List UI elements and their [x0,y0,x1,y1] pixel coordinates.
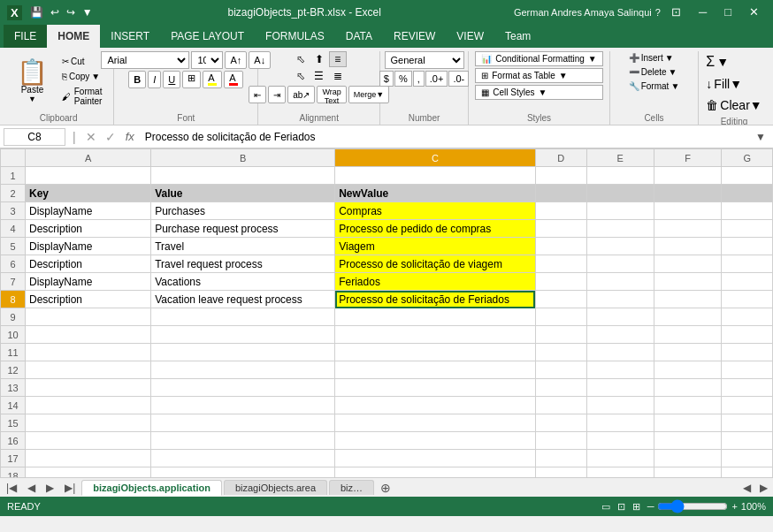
cell-D8[interactable] [535,291,586,308]
col-header-B[interactable]: B [151,149,335,167]
cell-D4[interactable] [535,220,586,238]
col-header-G[interactable]: G [722,149,773,167]
cell-G2[interactable] [722,185,773,202]
cell-styles-btn[interactable]: ▦ Cell Styles ▼ [475,85,603,100]
fill-color-btn[interactable]: A [203,71,222,88]
cell-E7[interactable] [586,273,654,291]
cell-B7[interactable]: Vacations [151,273,335,291]
redo-qat-btn[interactable]: ↪ [64,6,78,19]
cell-G10[interactable] [722,326,773,344]
cell-F9[interactable] [654,308,721,326]
cell-B18[interactable] [151,467,335,478]
formula-input[interactable] [142,129,748,145]
increase-indent-btn[interactable]: ⇥ [268,86,286,103]
cell-E15[interactable] [586,414,654,432]
cell-F11[interactable] [654,344,721,361]
cell-A12[interactable] [26,361,151,379]
cell-G5[interactable] [722,238,773,255]
cell-E17[interactable] [586,450,654,467]
cell-D9[interactable] [535,308,586,326]
font-size-select[interactable]: 10 [191,51,223,69]
qat-more-btn[interactable]: ▼ [80,6,96,19]
row-header-13[interactable]: 13 [1,379,26,397]
cell-F4[interactable] [654,220,721,238]
cell-G13[interactable] [722,379,773,397]
cell-G17[interactable] [722,450,773,467]
cell-B11[interactable] [151,344,335,361]
cell-C15[interactable] [335,414,536,432]
cell-A6[interactable]: Description [26,255,151,273]
cell-A4[interactable]: Description [26,220,151,238]
cell-E8[interactable] [586,291,654,308]
tab-home[interactable]: HOME [47,25,100,48]
align-mid-left-btn[interactable]: ⬁ [292,68,310,84]
save-qat-btn[interactable]: 💾 [27,6,46,19]
cell-D2[interactable] [535,185,586,202]
cell-C11[interactable] [335,344,536,361]
formula-confirm-btn[interactable]: ✓ [103,130,119,144]
cell-E11[interactable] [586,344,654,361]
fill-btn[interactable]: ↓ Fill▼ [700,74,768,94]
cell-D1[interactable] [535,167,586,185]
cell-G16[interactable] [722,432,773,450]
increase-font-btn[interactable]: A↑ [225,51,247,69]
cell-D14[interactable] [535,397,586,414]
cell-A18[interactable] [26,467,151,478]
tab-view[interactable]: VIEW [446,25,494,48]
cell-D5[interactable] [535,238,586,255]
cell-F14[interactable] [654,397,721,414]
cell-C8[interactable]: Processo de solicitação de Feriados [335,291,536,308]
cell-A10[interactable] [26,326,151,344]
cell-F6[interactable] [654,255,721,273]
cell-E12[interactable] [586,361,654,379]
cell-A14[interactable] [26,397,151,414]
cell-A7[interactable]: DisplayName [26,273,151,291]
cell-E10[interactable] [586,326,654,344]
cell-E1[interactable] [586,167,654,185]
currency-btn[interactable]: $ [379,71,394,87]
increase-decimal-btn[interactable]: .0+ [425,71,448,87]
undo-qat-btn[interactable]: ↩ [48,6,62,19]
cell-E4[interactable] [586,220,654,238]
cell-C6[interactable]: Processo de solicitação de viagem [335,255,536,273]
layout-page-btn[interactable]: ⊡ [617,501,625,513]
cell-B17[interactable] [151,450,335,467]
row-header-6[interactable]: 6 [1,255,26,273]
sheet-tab-more[interactable]: biz… [329,480,374,495]
row-header-2[interactable]: 2 [1,185,26,202]
cell-C4[interactable]: Processo de pedido de compras [335,220,536,238]
cell-C14[interactable] [335,397,536,414]
scroll-right-btn[interactable]: ▶ [756,482,771,494]
help-btn[interactable]: ? [655,7,661,18]
col-header-D[interactable]: D [535,149,586,167]
row-header-12[interactable]: 12 [1,361,26,379]
cell-D10[interactable] [535,326,586,344]
cell-E9[interactable] [586,308,654,326]
cell-A5[interactable]: DisplayName [26,238,151,255]
cell-D6[interactable] [535,255,586,273]
close-btn[interactable]: ✕ [742,0,766,25]
cell-C12[interactable] [335,361,536,379]
cell-E6[interactable] [586,255,654,273]
sheet-tab-area[interactable]: bizagiObjects.area [224,480,327,495]
border-btn[interactable]: ⊞ [182,71,201,88]
cell-G14[interactable] [722,397,773,414]
cell-F13[interactable] [654,379,721,397]
underline-button[interactable]: U [163,71,180,88]
row-header-17[interactable]: 17 [1,450,26,467]
cell-G7[interactable] [722,273,773,291]
cell-B8[interactable]: Vacation leave request process [151,291,335,308]
cell-G9[interactable] [722,308,773,326]
comma-btn[interactable]: , [413,71,425,87]
cell-C1[interactable] [335,167,536,185]
format-as-table-btn[interactable]: ⊞ Format as Table ▼ [475,68,603,83]
layout-normal-btn[interactable]: ▭ [601,501,610,513]
cell-C10[interactable] [335,326,536,344]
decrease-decimal-btn[interactable]: .0- [448,71,469,87]
row-header-1[interactable]: 1 [1,167,26,185]
restore-btn[interactable]: ⊡ [664,0,688,25]
cell-C3[interactable]: Compras [335,202,536,220]
tab-page-layout[interactable]: PAGE LAYOUT [160,25,255,48]
cell-F17[interactable] [654,450,721,467]
cell-B14[interactable] [151,397,335,414]
